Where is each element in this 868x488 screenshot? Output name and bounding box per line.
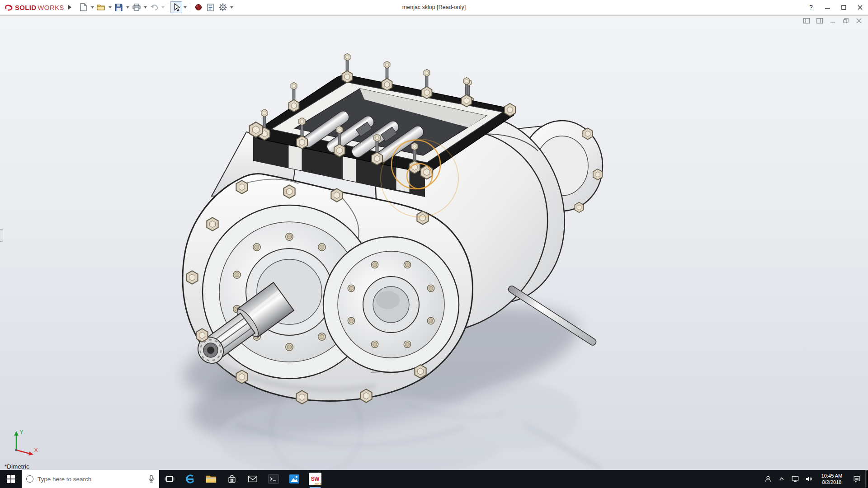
print-icon [132, 4, 141, 11]
minimize-button[interactable] [819, 0, 835, 15]
taskbar-clock[interactable]: 10:45 AM 8/2/2018 [816, 470, 848, 488]
close-icon [858, 5, 863, 10]
options-dropdown[interactable] [229, 1, 234, 13]
solidworks-app-button[interactable]: SW 2017 [305, 470, 326, 488]
caret-down-icon [144, 6, 147, 9]
save-dropdown[interactable] [125, 1, 130, 13]
3ds-logo-icon [5, 3, 14, 11]
help-button[interactable]: ? [803, 0, 819, 15]
caret-down-icon [184, 6, 187, 9]
new-document-dropdown[interactable] [90, 1, 95, 13]
caret-down-icon [126, 6, 129, 9]
people-icon [764, 474, 773, 483]
panel-collapse-handle[interactable] [0, 229, 3, 242]
select-dropdown[interactable] [183, 1, 188, 13]
right-flange[interactable] [323, 237, 459, 372]
open-button[interactable] [95, 1, 107, 13]
document-window-controls [802, 17, 863, 24]
photos-app-button[interactable] [284, 470, 305, 488]
y-axis-arrow [14, 431, 19, 436]
new-document-icon [80, 3, 87, 11]
speaker-icon [805, 475, 813, 483]
cortana-icon [26, 475, 33, 483]
undo-button[interactable] [148, 1, 160, 13]
print-dropdown[interactable] [143, 1, 148, 13]
action-center-button[interactable] [848, 470, 865, 488]
windows-logo-icon [7, 475, 15, 483]
chevron-up-icon [778, 475, 785, 483]
toolbar-separator [168, 3, 168, 12]
solidworks-2017-icon: SW 2017 [309, 473, 321, 485]
pane-right-icon [816, 18, 823, 23]
flyout-arrow-icon [68, 5, 71, 9]
open-dropdown[interactable] [108, 1, 113, 13]
doc-minimize-icon [830, 18, 835, 23]
select-cursor-icon [172, 3, 180, 12]
rebuild-icon [195, 4, 202, 11]
gearbox-model[interactable] [0, 15, 868, 470]
y-axis-label: Y [20, 429, 24, 435]
pane-left-button[interactable] [802, 17, 811, 24]
open-folder-icon [97, 4, 105, 11]
store-button[interactable] [222, 470, 242, 488]
network-icon [791, 475, 799, 483]
network-button[interactable] [788, 470, 802, 488]
main-toolbar [78, 1, 234, 13]
brand-text-works: WORKS [38, 4, 64, 11]
file-properties-button[interactable] [205, 1, 217, 13]
taskbar-search[interactable] [22, 470, 159, 488]
action-center-icon [853, 475, 861, 483]
task-view-button[interactable] [159, 470, 180, 488]
new-document-button[interactable] [78, 1, 90, 13]
close-button[interactable] [852, 0, 868, 15]
terminal-app-button[interactable] [263, 470, 284, 488]
x-axis-arrow [28, 451, 33, 455]
pane-right-button[interactable] [815, 17, 824, 24]
taskbar: SW 2017 [0, 470, 868, 488]
solidworks-logo: SOLIDWORKS [0, 3, 66, 11]
system-tray: 10:45 AM 8/2/2018 [761, 470, 868, 488]
start-button[interactable] [0, 470, 22, 488]
show-desktop-button[interactable] [865, 470, 868, 488]
gear-icon [219, 3, 227, 11]
doc-close-button[interactable] [854, 17, 863, 24]
doc-minimize-button[interactable] [828, 17, 837, 24]
terminal-icon [268, 474, 279, 484]
file-properties-icon [207, 4, 214, 11]
select-button[interactable] [170, 1, 182, 13]
doc-close-icon [856, 18, 862, 23]
graphics-area[interactable]: Y X *Dimetric [0, 15, 868, 470]
hidden-icons-button[interactable] [775, 470, 788, 488]
file-explorer-button[interactable] [201, 470, 222, 488]
sw-icon-year: 2017 [314, 483, 321, 486]
mail-button[interactable] [242, 470, 263, 488]
photos-icon [289, 474, 300, 484]
edge-button[interactable] [180, 470, 201, 488]
document-title: menjac sklop [Read-only] [402, 4, 466, 10]
save-button[interactable] [113, 1, 125, 13]
undo-dropdown[interactable] [160, 1, 165, 13]
sw-icon-letters: SW [311, 476, 319, 482]
x-axis-label: X [34, 447, 38, 453]
brand-text-solid: SOLID [15, 4, 36, 11]
view-orientation-label: *Dimetric [5, 463, 29, 470]
maximize-button[interactable] [835, 0, 852, 15]
options-button[interactable] [217, 1, 229, 13]
clock-time: 10:45 AM [821, 473, 842, 479]
caret-down-icon [161, 6, 165, 9]
microphone-icon[interactable] [148, 475, 155, 483]
titlebar: SOLIDWORKS [0, 0, 868, 15]
toolbar-flyout-arrow[interactable] [66, 1, 73, 13]
search-input[interactable] [38, 476, 144, 483]
rebuild-button[interactable] [193, 1, 204, 13]
window-controls: ? [803, 0, 868, 15]
print-button[interactable] [131, 1, 142, 13]
save-floppy-icon [115, 4, 123, 11]
toolbar-separator [190, 3, 190, 12]
caret-down-icon [91, 6, 94, 9]
volume-button[interactable] [802, 470, 816, 488]
maximize-icon [841, 5, 846, 10]
doc-restore-button[interactable] [841, 17, 850, 24]
caret-down-icon [230, 6, 233, 9]
people-button[interactable] [761, 470, 775, 488]
